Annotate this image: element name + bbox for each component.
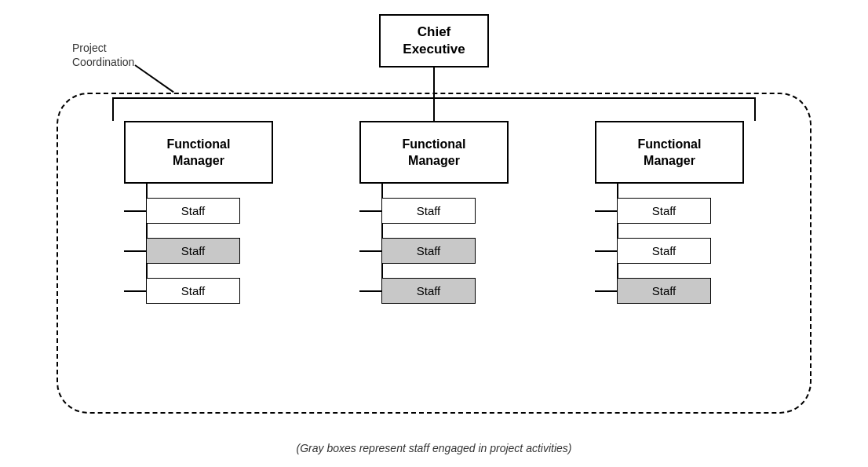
staff-section-1: Staff Staff Staff [124,184,273,304]
v-drop-right [754,97,756,121]
chief-executive-box: Chief Executive [379,14,489,67]
v-drop-center [433,97,435,121]
staff-item-2-3: Staff [359,278,476,304]
chief-vertical-line [433,67,435,97]
staff-item-2-1: Staff [359,198,476,224]
manager-col-3: Functional Manager Staff Staff [583,121,756,304]
staff-box-3-1: Staff [617,198,711,224]
staff-section-2: Staff Staff Staff [359,184,509,304]
staff-item-3-3: Staff [595,278,711,304]
manager-col-2: Functional Manager Staff Staff [348,121,520,304]
staff-item-2-2: Staff [359,238,476,264]
caption: (Gray boxes represent staff engaged in p… [297,442,572,454]
manager-box-2: Functional Manager [359,121,509,184]
diagram-container: Project Coordination Chief Executive Fun… [0,0,868,467]
staff-item-3-2: Staff [595,238,711,264]
manager-col-1: Functional Manager Staff Staff [112,121,285,304]
staff-item-1-3: Staff [124,278,240,304]
staff-box-1-3: Staff [146,278,240,304]
project-coordination-label: Project Coordination [72,41,134,69]
manager-box-1: Functional Manager [124,121,273,184]
managers-row: Functional Manager Staff Staff [112,121,756,304]
staff-box-2-1: Staff [381,198,476,224]
v-drop-left [112,97,114,121]
staff-box-3-2: Staff [617,238,711,264]
manager-box-3: Functional Manager [595,121,744,184]
staff-box-1-1: Staff [146,198,240,224]
staff-box-2-2: Staff [381,238,476,264]
staff-item-3-1: Staff [595,198,711,224]
staff-section-3: Staff Staff Staff [595,184,744,304]
staff-item-1-2: Staff [124,238,240,264]
staff-box-2-3: Staff [381,278,476,304]
staff-item-1-1: Staff [124,198,240,224]
staff-box-3-3: Staff [617,278,711,304]
staff-box-1-2: Staff [146,238,240,264]
top-section: Chief Executive [112,14,756,97]
